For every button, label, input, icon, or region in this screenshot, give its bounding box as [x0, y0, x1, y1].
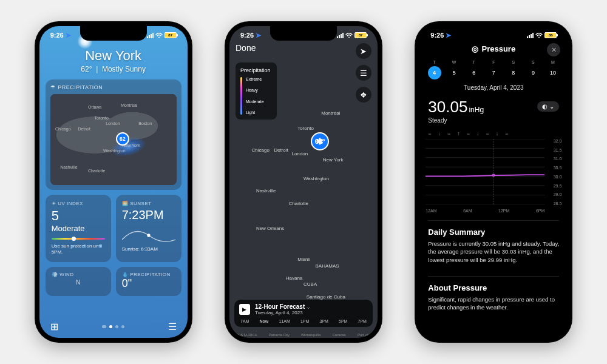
- location-icon: ➤: [256, 32, 261, 39]
- sunset-tile[interactable]: 🌅SUNSET 7:23PM Sunrise: 6:33AM: [116, 195, 181, 262]
- notch: [460, 26, 527, 41]
- trend-arrows: = ↓ = ↑ = ↓ = ↓ =: [428, 130, 537, 136]
- svg-point-0: [158, 36, 160, 38]
- sun-arc: [122, 228, 175, 243]
- svg-point-2: [348, 36, 350, 38]
- chevron-down-icon: ⌄: [549, 103, 554, 110]
- wifi-icon: [535, 33, 543, 38]
- location-icon: ➤: [66, 32, 71, 39]
- layers-button[interactable]: ❖: [356, 87, 371, 103]
- selected-date: Tuesday, April 4, 2023: [419, 84, 568, 91]
- day-8[interactable]: S8: [507, 60, 520, 79]
- day-selector[interactable]: T4W5T6F7S8S9M10: [419, 60, 568, 79]
- battery-icon: 87: [164, 32, 177, 38]
- battery-icon: 86: [544, 32, 557, 38]
- precipitation-map-card[interactable]: ☂PRECIPITATION Ottawa Montréal Toronto C…: [46, 79, 181, 190]
- droplet-icon: 💧: [122, 272, 129, 277]
- day-9[interactable]: S9: [526, 60, 540, 79]
- page-dots[interactable]: [102, 325, 124, 328]
- cell-signal-icon: [147, 33, 154, 38]
- notch: [270, 26, 337, 41]
- cell-signal-icon: [527, 33, 534, 38]
- about-pressure-section: About Pressure Significant, rapid change…: [428, 283, 559, 312]
- list-button[interactable]: ☰: [356, 65, 371, 81]
- phone-pressure-detail: 9:26 ➤ 86 ◎ Pressure ✕ T4W5T6F7S8S9M10 T…: [415, 21, 572, 343]
- cell-signal-icon: [337, 33, 344, 38]
- location-icon: ➤: [446, 32, 451, 39]
- sun-icon: ☀: [52, 201, 56, 206]
- day-7[interactable]: F7: [487, 60, 500, 79]
- day-5[interactable]: W5: [447, 60, 461, 79]
- map-icon[interactable]: ⊞: [50, 321, 58, 332]
- day-6[interactable]: T6: [467, 60, 481, 79]
- sunset-icon: 🌅: [122, 201, 129, 206]
- wifi-icon: [345, 33, 353, 38]
- uv-index-tile[interactable]: ☀UV INDEX 5 Moderate Use sun protection …: [46, 195, 111, 262]
- wifi-icon: [155, 33, 163, 38]
- uv-scale-bar: [52, 238, 105, 240]
- wind-tile[interactable]: 💨WIND N: [46, 267, 111, 296]
- page-title: ◎ Pressure: [419, 44, 568, 53]
- svg-point-3: [538, 36, 540, 38]
- list-icon[interactable]: ☰: [168, 321, 177, 332]
- chevron-icon[interactable]: ⌵: [307, 303, 310, 310]
- battery-icon: 87: [354, 32, 367, 38]
- done-button[interactable]: Done: [236, 43, 256, 53]
- svg-point-1: [147, 234, 150, 237]
- precipitation-tile[interactable]: 💧PRECIPITATION 0": [116, 267, 181, 296]
- map-pin[interactable]: 62° ✱: [311, 132, 329, 150]
- location-title[interactable]: New York: [46, 48, 181, 64]
- play-button[interactable]: ▶: [239, 304, 250, 315]
- wind-icon: 💨: [52, 272, 58, 277]
- gauge-icon: ◎: [472, 44, 478, 53]
- forecast-timeline-panel[interactable]: ▶ 12-Hour Forecast ⌵ Tuesday, April 4, 2…: [234, 300, 373, 327]
- locate-button[interactable]: ➤: [356, 43, 371, 59]
- umbrella-icon: ☂: [50, 84, 56, 90]
- location-subtitle: 62° | Mostly Sunny: [46, 65, 181, 73]
- day-10[interactable]: M10: [546, 60, 560, 79]
- pressure-value: 30.05inHg: [428, 98, 484, 116]
- hourly-timeline[interactable]: 7AM Now 11AM 1PM 3PM 5PM 7PM: [239, 319, 368, 323]
- notch: [80, 26, 147, 41]
- phone-weather-home: 9:26 ➤ 87 New York 62° | Mostly Sunny ☂P…: [35, 21, 192, 343]
- pressure-chart[interactable]: 32.031.531.030.530.029.529.028.5 12AM6AM…: [426, 139, 561, 206]
- phone-weather-map: 9:26 ➤ 87 Montréal Toronto Chicago Detro…: [225, 21, 382, 343]
- pressure-trend: Steady: [428, 117, 447, 124]
- status-time: 9:26: [50, 32, 64, 39]
- chart-options-button[interactable]: ◐⌄: [537, 101, 559, 112]
- daily-summary-section: Daily Summary Pressure is currently 30.0…: [428, 228, 559, 264]
- tab-bar: ⊞ ☰: [39, 315, 188, 338]
- map-pin[interactable]: 62: [116, 132, 129, 146]
- day-4[interactable]: T4: [428, 60, 441, 79]
- map-bottom-labels: COSTA RICA Panama City Barranquilla Cara…: [229, 333, 378, 337]
- map-preview[interactable]: Ottawa Montréal Toronto Chicago Detroit …: [50, 94, 177, 185]
